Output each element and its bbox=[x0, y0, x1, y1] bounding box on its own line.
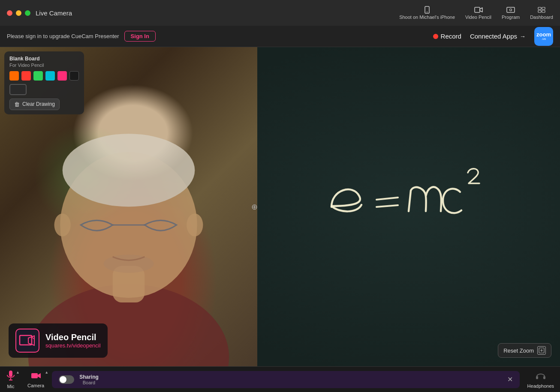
camera-panel: Blank Board For Video Pencil 🗑 Clear Dra… bbox=[0, 47, 257, 366]
video-pencil-button[interactable]: Video Pencil bbox=[465, 6, 491, 20]
main-content: Blank Board For Video Pencil 🗑 Clear Dra… bbox=[0, 47, 560, 366]
zoom-icon bbox=[537, 346, 546, 355]
headphones-label: Headphones bbox=[527, 383, 554, 389]
title-bar: Live Camera Shoot on Michael's iPhone Vi… bbox=[0, 0, 560, 26]
swatch-teal[interactable] bbox=[45, 71, 55, 81]
video-pencil-badge: Video Pencil squares.tv/videopencil bbox=[9, 323, 108, 358]
video-pencil-title: Video Pencil bbox=[45, 332, 101, 342]
arrow-right-icon: → bbox=[520, 33, 526, 40]
toggle-knob bbox=[60, 376, 66, 383]
title-bar-actions: Shoot on Michael's iPhone Video Pencil P… bbox=[399, 6, 553, 20]
video-pencil-title-label: Video Pencil bbox=[465, 15, 491, 20]
equation-svg bbox=[319, 160, 499, 245]
swatch-green[interactable] bbox=[33, 71, 43, 81]
swatch-dark[interactable] bbox=[69, 71, 79, 81]
sharing-toggle[interactable] bbox=[59, 375, 74, 384]
svg-point-16 bbox=[103, 254, 154, 273]
dashboard-label: Dashboard bbox=[530, 15, 553, 20]
shoot-iphone-label: Shoot on Michael's iPhone bbox=[399, 15, 455, 20]
close-dot[interactable] bbox=[7, 10, 12, 16]
mic-label: Mic bbox=[7, 384, 14, 389]
svg-rect-2 bbox=[475, 7, 480, 12]
zoom-badge[interactable]: zoom .us bbox=[534, 27, 553, 46]
connected-apps-label: Connected Apps bbox=[470, 33, 517, 40]
sharing-label-top: Sharing bbox=[79, 374, 99, 380]
connected-apps-button[interactable]: Connected Apps → bbox=[470, 33, 526, 40]
video-pencil-title-icon bbox=[474, 6, 483, 13]
window-controls bbox=[7, 10, 30, 16]
bottom-left-controls: ▲ Mic ▲ Camera bbox=[0, 367, 50, 392]
color-swatches bbox=[9, 71, 79, 81]
panel-divider[interactable]: ⊕ bbox=[251, 202, 257, 212]
svg-line-20 bbox=[376, 205, 398, 207]
sign-in-prompt: Please sign in to upgrade CueCam Present… bbox=[7, 33, 119, 39]
svg-point-1 bbox=[427, 12, 428, 12]
svg-line-19 bbox=[376, 197, 398, 200]
svg-rect-6 bbox=[542, 7, 545, 9]
svg-rect-27 bbox=[543, 376, 545, 379]
mic-button[interactable]: ▲ Mic bbox=[0, 367, 21, 392]
program-label: Program bbox=[502, 15, 520, 20]
sign-in-button[interactable]: Sign In bbox=[124, 31, 156, 42]
reset-zoom-button[interactable]: Reset Zoom bbox=[498, 343, 551, 358]
svg-rect-8 bbox=[542, 10, 545, 12]
shoot-iphone-button[interactable]: Shoot on Michael's iPhone bbox=[399, 6, 455, 20]
reset-zoom-label: Reset Zoom bbox=[503, 347, 534, 354]
camera-icon bbox=[31, 371, 41, 382]
color-toolbar: Blank Board For Video Pencil 🗑 Clear Dra… bbox=[4, 51, 84, 114]
mic-chevron-icon: ▲ bbox=[16, 370, 20, 374]
record-label: Record bbox=[441, 33, 461, 40]
sharing-label-bottom: Board bbox=[79, 380, 99, 385]
headphones-button[interactable]: Headphones bbox=[521, 367, 560, 392]
svg-rect-5 bbox=[538, 7, 541, 9]
toolbar-subtitle: For Video Pencil bbox=[9, 63, 79, 68]
sharing-labels: Sharing Board bbox=[79, 374, 99, 385]
sharing-close-button[interactable]: ✕ bbox=[507, 375, 513, 383]
swatch-orange[interactable] bbox=[9, 71, 19, 81]
camera-chevron-icon: ▲ bbox=[45, 370, 48, 374]
svg-point-12 bbox=[63, 134, 195, 206]
svg-rect-7 bbox=[538, 10, 541, 12]
record-dot-icon bbox=[433, 34, 438, 39]
top-bar: Please sign in to upgrade CueCam Present… bbox=[0, 26, 560, 47]
dashboard-icon bbox=[537, 6, 546, 13]
swatch-pink[interactable] bbox=[57, 71, 67, 81]
clear-drawing-label: Clear Drawing bbox=[22, 101, 55, 107]
video-pencil-icon bbox=[15, 329, 39, 353]
dashboard-button[interactable]: Dashboard bbox=[530, 6, 553, 20]
program-icon bbox=[506, 6, 515, 13]
camera-button[interactable]: ▲ Camera bbox=[21, 367, 50, 392]
sharing-board-bar: Sharing Board ✕ bbox=[52, 371, 519, 388]
top-bar-right: Record Connected Apps → zoom .us bbox=[433, 27, 553, 46]
svg-point-14 bbox=[187, 213, 203, 236]
video-pencil-subtitle: squares.tv/videopencil bbox=[45, 342, 101, 349]
swatch-red[interactable] bbox=[21, 71, 31, 81]
minimize-dot[interactable] bbox=[16, 10, 21, 16]
sharing-toggle-area: Sharing Board bbox=[59, 374, 99, 385]
mic-icon bbox=[6, 370, 15, 383]
headphones-icon bbox=[536, 371, 546, 383]
svg-point-13 bbox=[54, 213, 71, 236]
trash-icon: 🗑 bbox=[14, 101, 20, 108]
maximize-dot[interactable] bbox=[25, 10, 30, 16]
svg-point-4 bbox=[510, 9, 512, 11]
clear-drawing-button[interactable]: 🗑 Clear Drawing bbox=[9, 99, 60, 110]
svg-rect-3 bbox=[507, 7, 515, 12]
iphone-icon bbox=[422, 6, 432, 13]
svg-rect-26 bbox=[536, 376, 538, 379]
app-title: Live Camera bbox=[36, 9, 72, 17]
record-button[interactable]: Record bbox=[433, 33, 461, 40]
svg-rect-22 bbox=[9, 371, 12, 377]
zoom-badge-sub: .us bbox=[542, 37, 546, 41]
program-button[interactable]: Program bbox=[502, 6, 520, 20]
camera-label: Camera bbox=[27, 383, 44, 388]
selected-color-swatch[interactable] bbox=[9, 84, 27, 95]
svg-rect-25 bbox=[31, 373, 38, 378]
chalkboard-panel[interactable]: Reset Zoom bbox=[257, 47, 560, 366]
toolbar-title: Blank Board bbox=[9, 56, 79, 63]
bottom-bar: ▲ Mic ▲ Camera bbox=[0, 366, 560, 392]
video-pencil-text-block: Video Pencil squares.tv/videopencil bbox=[45, 332, 101, 349]
